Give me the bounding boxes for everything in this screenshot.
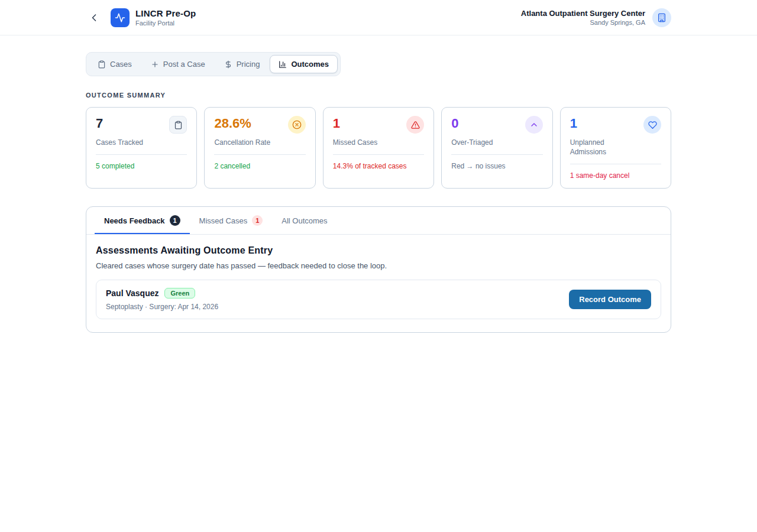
- patient-name: Paul Vasquez: [106, 288, 158, 298]
- stat-value: 7: [96, 116, 103, 131]
- stat-footnote: 1 same-day cancel: [570, 171, 661, 180]
- chevron-left-icon: [88, 12, 100, 24]
- divider: [451, 154, 542, 155]
- app-logo: [111, 8, 130, 27]
- app-title-block: LINCR Pre-Op Facility Portal: [135, 8, 196, 27]
- plus-icon: [151, 60, 159, 69]
- stat-value: 28.6%: [214, 116, 251, 131]
- facility-avatar[interactable]: [652, 8, 671, 27]
- case-row: Paul Vasquez Green Septoplasty · Surgery…: [96, 280, 661, 319]
- triage-badge: Green: [164, 288, 195, 299]
- tab-label: All Outcomes: [282, 216, 327, 225]
- building-icon: [657, 13, 667, 22]
- facility-name: Atlanta Outpatient Surgery Center: [521, 9, 645, 18]
- divider: [214, 154, 305, 155]
- outcome-summary-heading: OUTCOME SUMMARY: [86, 92, 671, 99]
- case-details: Septoplasty · Surgery: Apr 14, 2026: [106, 303, 218, 311]
- app-subtitle: Facility Portal: [135, 20, 196, 27]
- stat-card-over-triaged: 0 Over-Triaged Red → no issues: [441, 107, 552, 189]
- header: LINCR Pre-Op Facility Portal Atlanta Out…: [0, 0, 757, 35]
- outcomes-panel: Needs Feedback 1 Missed Cases 1 All Outc…: [86, 206, 671, 333]
- divider: [96, 154, 187, 155]
- section-subtitle: Cleared cases whose surgery date has pas…: [96, 261, 661, 270]
- record-outcome-button[interactable]: Record Outcome: [569, 290, 651, 309]
- stat-value: 1: [333, 116, 340, 131]
- cases-icon: [98, 60, 106, 69]
- nav-tabs: Cases Post a Case Pricing Outcomes: [86, 52, 341, 76]
- activity-pulse-icon: [115, 12, 125, 23]
- clipboard-icon: [169, 116, 187, 134]
- tab-needs-feedback[interactable]: Needs Feedback 1: [95, 207, 190, 234]
- divider: [570, 164, 661, 164]
- nav-tab-outcomes[interactable]: Outcomes: [270, 55, 338, 73]
- section-title: Assessments Awaiting Outcome Entry: [96, 245, 661, 256]
- nav-tab-cases[interactable]: Cases: [89, 55, 141, 73]
- stat-label: Cases Tracked: [96, 138, 161, 147]
- stat-footnote: 5 completed: [96, 162, 187, 170]
- back-button[interactable]: [86, 9, 102, 26]
- stat-footnote: 2 cancelled: [214, 162, 305, 170]
- x-circle-icon: [288, 116, 306, 134]
- stat-card-unplanned-admissions: 1 Unplanned Admissions 1 same-day cancel: [560, 107, 671, 189]
- needs-feedback-count-badge: 1: [170, 215, 180, 226]
- outcomes-tabbar: Needs Feedback 1 Missed Cases 1 All Outc…: [86, 207, 671, 235]
- alert-triangle-icon: [406, 116, 424, 134]
- tab-label: Needs Feedback: [104, 216, 165, 225]
- stat-label: Unplanned Admissions: [570, 138, 635, 157]
- stat-card-cases-tracked: 7 Cases Tracked 5 completed: [86, 107, 197, 189]
- stat-footnote: 14.3% of tracked cases: [333, 162, 424, 170]
- facility-location: Sandy Springs, GA: [521, 19, 645, 26]
- case-info: Paul Vasquez Green Septoplasty · Surgery…: [106, 288, 218, 311]
- tab-label: Missed Cases: [199, 216, 248, 225]
- stat-value: 0: [451, 116, 458, 131]
- stat-label: Missed Cases: [333, 138, 398, 147]
- needs-feedback-content: Assessments Awaiting Outcome Entry Clear…: [86, 235, 671, 332]
- stat-label: Cancellation Rate: [214, 138, 279, 147]
- stat-footnote: Red → no issues: [451, 162, 542, 170]
- stat-card-missed-cases: 1 Missed Cases 14.3% of tracked cases: [323, 107, 434, 189]
- nav-tab-label: Outcomes: [291, 60, 329, 69]
- nav-tab-label: Post a Case: [163, 60, 205, 69]
- stat-label: Over-Triaged: [451, 138, 516, 147]
- dollar-icon: [224, 60, 232, 69]
- facility-block: Atlanta Outpatient Surgery Center Sandy …: [521, 9, 645, 26]
- missed-cases-count-badge: 1: [252, 215, 263, 226]
- nav-tab-label: Cases: [110, 60, 132, 69]
- stat-card-cancellation-rate: 28.6% Cancellation Rate 2 cancelled: [204, 107, 315, 189]
- stat-value: 1: [570, 116, 577, 131]
- app-title: LINCR Pre-Op: [135, 8, 196, 18]
- tab-all-outcomes[interactable]: All Outcomes: [272, 207, 337, 234]
- summary-cards-row: 7 Cases Tracked 5 completed 28.6% Cancel…: [86, 107, 671, 189]
- chevron-up-icon: [525, 116, 543, 134]
- heart-icon: [643, 116, 661, 134]
- bar-chart-icon: [279, 60, 287, 69]
- nav-tab-label: Pricing: [237, 60, 260, 69]
- nav-tab-pricing[interactable]: Pricing: [215, 55, 269, 73]
- tab-missed-cases[interactable]: Missed Cases 1: [190, 207, 273, 234]
- divider: [333, 154, 424, 155]
- nav-tab-post-a-case[interactable]: Post a Case: [142, 55, 214, 73]
